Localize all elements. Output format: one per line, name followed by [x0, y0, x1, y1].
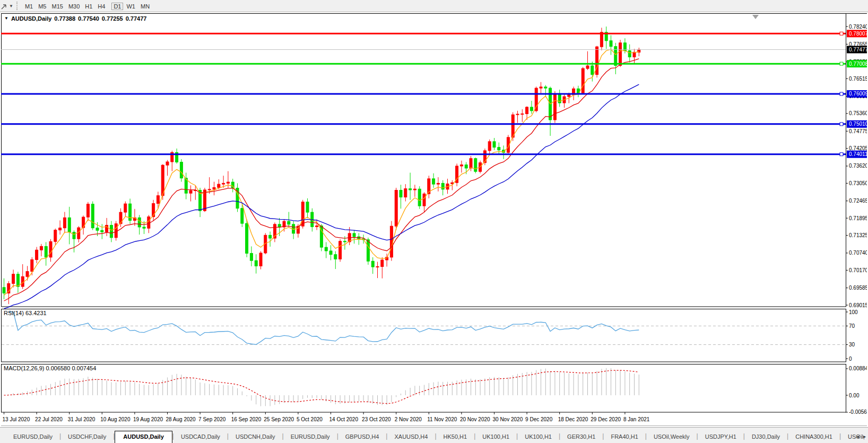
price-axis-tick: 0.73050 — [849, 180, 867, 186]
date-axis-label: 25 Sep 2020 — [264, 416, 294, 422]
tab-ger30-h1[interactable]: GER30,H1 — [560, 431, 602, 443]
tab-xauusd-h4[interactable]: XAUUSD,H4 — [387, 431, 435, 443]
timeframe-buttons: M1M5M15M30H1H4D1W1MN — [22, 1, 152, 11]
tab-separator: | — [337, 432, 338, 440]
price-chart[interactable]: 0.782400.776550.770700.765150.759300.753… — [1, 13, 867, 426]
tab-separator: | — [435, 432, 436, 440]
price-axis-tick: 0.74775 — [849, 128, 867, 134]
tab-scroll-buttons: ◂ ▸ — [856, 434, 866, 439]
tab-separator: | — [474, 432, 475, 440]
price-axis-badge: 0.74011 — [847, 151, 867, 158]
tab-dj30-daily[interactable]: DJ30,Daily — [745, 431, 787, 443]
toolbar-grip[interactable] — [16, 2, 19, 10]
date-axis-label: 23 Oct 2020 — [362, 416, 391, 422]
tab-separator: | — [59, 432, 61, 440]
svg-text:0.77008: 0.77008 — [849, 61, 867, 67]
price-axis-badge: 0.77477 — [847, 46, 867, 53]
tab-separator: | — [172, 432, 174, 440]
date-axis-label: 22 Jul 2020 — [35, 416, 63, 422]
tab-separator: | — [602, 432, 604, 440]
chart-window: 0.782400.776550.770700.765150.759300.753… — [1, 13, 867, 426]
price-axis-tick: 0.71325 — [849, 232, 867, 238]
date-axis-label: 5 Oct 2020 — [297, 416, 323, 422]
macd-axis-tick: 0.00 — [849, 393, 860, 398]
tab-fra40-h1[interactable]: FRA40,H1 — [604, 431, 645, 443]
rsi-axis-tick: 100 — [849, 309, 858, 315]
date-axis-label: 20 Nov 2020 — [460, 416, 490, 422]
tab-separator: | — [787, 432, 788, 440]
price-axis-tick: 0.78240 — [849, 24, 867, 30]
price-axis-tick: 0.69015 — [849, 302, 867, 308]
tab-usdcad-daily[interactable]: USDCAD,Daily — [174, 431, 227, 443]
tab-china300-h1[interactable]: CHINA300,H1 — [788, 431, 839, 443]
date-axis-label: 9 Dec 2020 — [525, 416, 553, 422]
main-panel[interactable] — [2, 14, 846, 307]
scroll-right-icon[interactable]: ▸ — [863, 434, 866, 439]
price-axis-tick: 0.72465 — [849, 198, 867, 204]
date-axis-label: 2 Nov 2020 — [395, 416, 422, 422]
crosshair-icon[interactable] — [1, 2, 8, 10]
trading-terminal: ▼ M1M5M15M30H1H4D1W1MN 0.782400.776550.7… — [0, 0, 868, 443]
timeframe-button-m1[interactable]: M1 — [23, 3, 35, 10]
rsi-panel[interactable] — [2, 309, 846, 362]
price-axis-tick: 0.73620 — [849, 163, 867, 169]
timeframe-button-m30[interactable]: M30 — [66, 3, 82, 10]
date-axis-label: 13 Jul 2020 — [3, 416, 30, 422]
date-axis-label: 8 Jan 2021 — [623, 416, 650, 422]
tab-usoil-weekly[interactable]: USOil,Weekly — [647, 431, 697, 443]
date-axis-label: 14 Oct 2020 — [329, 416, 359, 422]
timeframe-button-h4[interactable]: H4 — [96, 3, 107, 10]
symbol-tabs: EURUSD,Daily|USDCHF,Daily|AUDUSD,Daily|U… — [6, 430, 868, 443]
tab-separator: | — [516, 432, 518, 440]
price-axis-tick: 0.75360 — [849, 110, 867, 116]
date-axis-label: 18 Dec 2020 — [558, 416, 588, 422]
price-axis-tick: 0.74205 — [849, 145, 867, 151]
svg-text:0.77477: 0.77477 — [849, 47, 867, 53]
tab-usdcnh-daily[interactable]: USDCNH,Daily — [229, 431, 282, 443]
tab-hk50-h1[interactable]: HK50,H1 — [437, 431, 474, 443]
tab-separator: | — [282, 432, 284, 440]
tab-eurusd-daily[interactable]: EURUSD,Daily — [284, 431, 337, 443]
tab-uk100-h1[interactable]: UK100,H1 — [475, 431, 516, 443]
price-axis-tick: 0.76515 — [849, 76, 867, 82]
tab-separator: | — [386, 432, 387, 440]
crosshair-icon-glyph — [1, 2, 7, 10]
timeframe-button-m5[interactable]: M5 — [36, 3, 48, 10]
svg-text:0.75010: 0.75010 — [849, 121, 867, 127]
timeframe-button-mn[interactable]: MN — [138, 3, 152, 10]
date-axis-label: 31 Jul 2020 — [68, 416, 96, 422]
tab-separator: | — [839, 432, 841, 440]
timeframe-button-d1[interactable]: D1 — [111, 3, 123, 10]
price-axis-tick: 0.70170 — [849, 267, 867, 273]
timeframe-button-m15[interactable]: M15 — [49, 3, 65, 10]
date-axis-label: 19 Aug 2020 — [133, 416, 163, 422]
scroll-left-icon[interactable]: ◂ — [856, 434, 859, 439]
svg-text:0.76009: 0.76009 — [849, 91, 867, 97]
date-axis-label: 29 Dec 2020 — [591, 416, 621, 422]
price-axis-tick: 0.70740 — [849, 250, 867, 256]
price-axis-badge: 0.77008 — [847, 60, 867, 67]
rsi-axis-tick: 30 — [849, 342, 855, 348]
tab-separator: | — [227, 432, 229, 440]
date-axis-label: 16 Sep 2020 — [231, 416, 262, 422]
tab-audusd-daily[interactable]: AUDUSD,Daily — [115, 431, 172, 443]
tab-gbpusd-h4[interactable]: GBPUSD,H4 — [338, 431, 386, 443]
price-axis-badge: 0.78007 — [847, 30, 867, 37]
macd-panel[interactable] — [2, 364, 846, 413]
chevron-down-icon[interactable]: ▼ — [9, 4, 13, 8]
tab-separator: | — [559, 432, 560, 440]
timeframe-button-h1[interactable]: H1 — [83, 3, 94, 10]
price-axis-tick: 0.69585 — [849, 285, 867, 291]
tab-eurusd-daily[interactable]: EURUSD,Daily — [6, 431, 59, 443]
tab-usdjpy-h1[interactable]: USDJPY,H1 — [698, 431, 743, 443]
rsi-axis-tick: 0 — [849, 356, 852, 362]
svg-text:0.78007: 0.78007 — [849, 31, 867, 37]
timeframe-button-w1[interactable]: W1 — [124, 3, 137, 10]
macd-axis-tick: -0.00565 — [849, 409, 867, 415]
date-axis-label: 28 Aug 2020 — [166, 416, 196, 422]
tab-usdchf-daily[interactable]: USDCHF,Daily — [61, 431, 113, 443]
macd-axis-tick: 0.00884 — [849, 366, 867, 371]
tab-uk100-h1[interactable]: UK100,H1 — [518, 431, 559, 443]
timeframe-toolbar: ▼ M1M5M15M30H1H4D1W1MN — [0, 0, 868, 12]
price-axis-tick: 0.71895 — [849, 215, 867, 221]
